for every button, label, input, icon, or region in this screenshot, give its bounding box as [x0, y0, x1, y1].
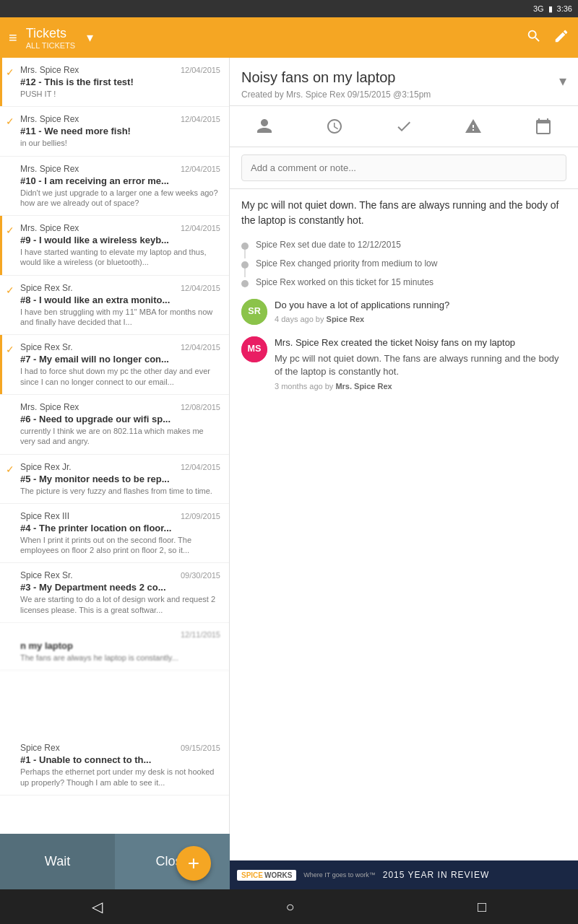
list-item[interactable]: ✓ Mrs. Spice Rex 12/04/2015 #9 - I would…: [0, 216, 229, 276]
list-item[interactable]: ✓ Spice Rex Sr. 12/04/2015 #8 - I would …: [0, 276, 229, 336]
timeline-dot: [241, 280, 249, 287]
ticket-title: #8 - I would like an extra monito...: [20, 295, 220, 305]
ticket-title: #10 - I am receiving an error me...: [20, 175, 220, 186]
detail-title: Noisy fans on my laptop: [241, 69, 395, 86]
add-ticket-fab[interactable]: +: [176, 846, 211, 881]
ticket-title: #12 - This is the first test!: [20, 77, 220, 87]
ad-banner[interactable]: SPICE WORKS Where IT goes to work™ 2015 …: [230, 860, 578, 889]
comment-item: SR Do you have a lot of applications run…: [241, 299, 566, 325]
status-bar: 3G ▮ 3:36: [0, 0, 578, 17]
ticket-author: Mrs. Spice Rex: [20, 402, 79, 412]
menu-icon[interactable]: ≡: [9, 30, 17, 46]
ticket-preview: The fans are always he laptop is constan…: [20, 653, 220, 663]
app-title: Tickets: [26, 26, 75, 41]
ticket-author: Spice Rex: [20, 743, 60, 753]
ticket-title: #3 - My Department needs 2 co...: [20, 582, 220, 593]
ticket-preview: I had to force shut down my pc the other…: [20, 366, 220, 387]
ticket-author: Spice Rex Sr.: [20, 570, 73, 580]
logo-spice: SPICE: [241, 871, 263, 879]
list-item[interactable]: ✓ Spice Rex Jr. 12/04/2015 #5 - My monit…: [0, 455, 229, 504]
ticket-title: #4 - The printer location on floor...: [20, 523, 220, 533]
ticket-preview: When I print it prints out on the second…: [20, 535, 220, 556]
timeline-text: Spice Rex worked on this ticket for 15 m…: [256, 277, 434, 287]
list-item[interactable]: Mrs. Spice Rex 12/08/2015 #6 - Need to u…: [0, 395, 229, 455]
comment-input-area: [230, 147, 578, 189]
comment-body: Do you have a lot of applications runnin…: [275, 299, 566, 325]
timeline-item: Spice Rex set due date to 12/12/2015: [256, 240, 566, 250]
ticket-date: 12/04/2015: [181, 165, 220, 173]
ticket-title: #7 - My email will no longer con...: [20, 354, 220, 365]
list-item[interactable]: ✓ Mrs. Spice Rex 12/04/2015 #11 - We nee…: [0, 107, 229, 156]
timeline-item: Spice Rex changed priority from medium t…: [256, 258, 566, 269]
user-action-icon[interactable]: [247, 112, 282, 141]
warning-action-icon[interactable]: [456, 112, 491, 141]
list-item[interactable]: Mrs. Spice Rex 12/04/2015 #10 - I am rec…: [0, 157, 229, 217]
close-button[interactable]: Close: [115, 834, 230, 889]
list-item[interactable]: Spice Rex 09/15/2015 #1 - Unable to conn…: [0, 736, 229, 796]
ticket-preview: I have started wanting to elevate my lap…: [20, 247, 220, 268]
ticket-title: #11 - We need more fish!: [20, 126, 220, 136]
ad-text: 2015 YEAR IN REVIEW: [383, 870, 490, 880]
wait-button[interactable]: Wait: [0, 834, 115, 889]
ticket-preview: currently I think we are on 802.11a whic…: [20, 426, 220, 447]
time-display: 3:36: [557, 4, 572, 13]
ticket-title: #9 - I would like a wireless keyb...: [20, 235, 220, 245]
comment-meta: 4 days ago by Spice Rex: [275, 315, 566, 323]
timeline: Spice Rex set due date to 12/12/2015 Spi…: [241, 240, 566, 287]
search-icon[interactable]: [526, 28, 542, 48]
ticket-date: 12/04/2015: [181, 463, 220, 471]
comment-input[interactable]: [241, 154, 566, 181]
ticket-title: n my laptop: [20, 640, 220, 651]
check-mark-icon: ✓: [6, 225, 14, 236]
timeline-dot: [241, 261, 249, 269]
ticket-preview: The picture is very fuzzy and flashes fr…: [20, 486, 220, 496]
avatar: MS: [241, 336, 267, 362]
back-button[interactable]: ◁: [74, 892, 120, 921]
logo-works: WORKS: [264, 871, 292, 879]
ticket-date: 12/04/2015: [181, 115, 220, 123]
ticket-author: Mrs. Spice Rex: [20, 114, 79, 124]
dropdown-icon[interactable]: ▾: [87, 30, 93, 45]
ticket-author: Spice Rex Sr.: [20, 342, 73, 352]
check-action-icon[interactable]: [387, 112, 421, 141]
comment-subtext: My pc will not quiet down. The fans are …: [275, 352, 566, 378]
list-item[interactable]: ✓ Mrs. Spice Rex 12/04/2015 #12 - This i…: [0, 58, 229, 107]
ticket-preview: Didn't we just upgrade to a larger one a…: [20, 188, 220, 209]
svg-text:SR: SR: [248, 306, 261, 316]
check-mark-icon: ✓: [6, 344, 14, 355]
check-mark-icon: ✓: [6, 463, 14, 475]
ticket-author: Mrs. Spice Rex: [20, 223, 79, 233]
clock-action-icon[interactable]: [317, 112, 352, 141]
ticket-date: 12/04/2015: [181, 284, 220, 292]
ticket-description: My pc will not quiet down. The fans are …: [241, 198, 566, 228]
recent-button[interactable]: □: [460, 893, 504, 921]
ticket-date: 09/15/2015: [181, 744, 220, 752]
ticket-list: ✓ Mrs. Spice Rex 12/04/2015 #12 - This i…: [0, 58, 230, 889]
avatar: SR: [241, 299, 267, 325]
list-item[interactable]: ✓ Spice Rex Sr. 12/04/2015 #7 - My email…: [0, 335, 229, 395]
ticket-date: 12/04/2015: [181, 66, 220, 74]
home-button[interactable]: ○: [268, 893, 311, 921]
ticket-author: Spice Rex Sr.: [20, 283, 73, 293]
list-item[interactable]: Spice Rex III 12/09/2015 #4 - The printe…: [0, 504, 229, 564]
signal-indicator: 3G: [533, 4, 544, 13]
comment-body: Mrs. Spice Rex created the ticket Noisy …: [275, 336, 566, 391]
comment-text: Do you have a lot of applications runnin…: [275, 299, 566, 312]
timeline-dot: [241, 243, 249, 250]
list-item[interactable]: Spice Rex Sr. 09/30/2015 #3 - My Departm…: [0, 563, 229, 623]
detail-dropdown-icon[interactable]: ▾: [559, 69, 566, 90]
calendar-action-icon[interactable]: [526, 112, 561, 141]
check-mark-icon: ✓: [6, 116, 14, 127]
ticket-date: 12/08/2015: [181, 403, 220, 411]
edit-icon[interactable]: [553, 28, 569, 48]
app-subtitle: ALL TICKETS: [26, 41, 75, 50]
comment-text: Mrs. Spice Rex created the ticket Noisy …: [275, 336, 566, 349]
battery-icon: ▮: [548, 4, 553, 14]
ticket-preview: Perhaps the ethernet port under my desk …: [20, 767, 220, 788]
ad-tagline: Where IT goes to work™: [303, 871, 375, 879]
bottom-nav: ◁ ○ □: [0, 889, 578, 924]
ticket-preview: We are starting to do a lot of design wo…: [20, 594, 220, 615]
ticket-date: 12/04/2015: [181, 343, 220, 352]
comment-item: MS Mrs. Spice Rex created the ticket Noi…: [241, 336, 566, 391]
ticket-author: Spice Rex Jr.: [20, 462, 72, 472]
